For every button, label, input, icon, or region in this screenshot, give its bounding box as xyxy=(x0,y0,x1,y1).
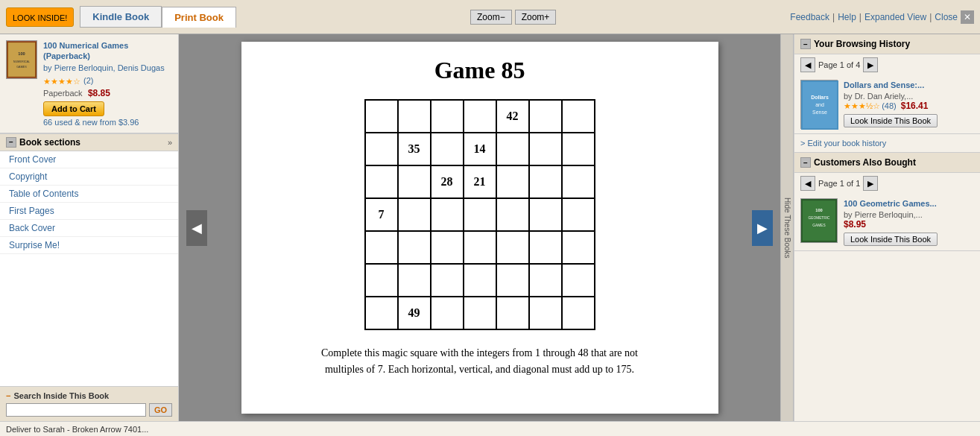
book-price: $8.85 xyxy=(88,88,110,98)
feedback-link[interactable]: Feedback xyxy=(790,12,829,22)
svg-text:100: 100 xyxy=(18,51,25,56)
look-inside-label: LOOK INSIDE! xyxy=(13,13,67,22)
game-title: Game 85 xyxy=(434,57,525,84)
section-item-surprise-me[interactable]: Surprise Me! xyxy=(0,237,178,254)
expand-arrow[interactable]: » xyxy=(168,138,172,147)
edit-history-link[interactable]: Edit your book history xyxy=(794,134,980,153)
section-item-back-cover[interactable]: Back Cover xyxy=(0,220,178,237)
svg-text:Dollars: Dollars xyxy=(811,95,829,100)
used-new-label[interactable]: 66 used & new from $3.96 xyxy=(43,118,172,127)
also-bought-collapse[interactable]: − xyxy=(800,157,811,168)
magic-grid: 42 3514 2821 7 xyxy=(364,99,595,330)
svg-text:GAMES: GAMES xyxy=(16,66,27,69)
tab-print[interactable]: Print Book xyxy=(162,7,236,28)
history-book-title[interactable]: Dollars and Sense:... xyxy=(844,80,974,90)
hide-books-panel[interactable]: Hide These Books xyxy=(780,34,794,421)
book-thumbnail: 100 NUMERICAL GAMES xyxy=(6,40,37,79)
section-item-front-cover[interactable]: Front Cover xyxy=(0,151,178,168)
history-next-button[interactable]: ▶ xyxy=(863,57,878,72)
tab-kindle[interactable]: Kindle Book xyxy=(80,6,162,28)
also-bought-book-price: $8.95 xyxy=(844,219,974,230)
svg-text:GEOMETRIC: GEOMETRIC xyxy=(809,216,831,220)
svg-text:NUMERICAL: NUMERICAL xyxy=(13,60,30,63)
browsing-history-title: Your Browsing History xyxy=(814,39,910,49)
section-item-first-pages[interactable]: First Pages xyxy=(0,203,178,220)
history-book-price: $16.41 xyxy=(901,101,929,111)
history-look-inside-button[interactable]: Look Inside This Book xyxy=(844,114,938,127)
svg-text:100: 100 xyxy=(815,208,823,212)
also-bought-page-label: Page 1 of 1 xyxy=(818,179,860,188)
history-book-stars: ★★★½☆ xyxy=(844,101,880,111)
also-bought-next-button[interactable]: ▶ xyxy=(863,176,878,191)
history-book-author: by Dr. Dan Ariely,... xyxy=(844,92,974,101)
browsing-history-collapse[interactable]: − xyxy=(800,39,811,49)
svg-text:GAMES: GAMES xyxy=(812,224,825,227)
page-nav-left[interactable]: ◀ xyxy=(186,210,207,246)
sections-collapse-button[interactable]: − xyxy=(6,137,16,148)
book-title[interactable]: 100 Numerical Games (Paperback) xyxy=(43,40,172,62)
sections-title: Book sections xyxy=(19,137,80,148)
expanded-view-link[interactable]: Expanded View xyxy=(864,12,926,22)
page-nav-right[interactable]: ▶ xyxy=(752,210,773,246)
game-description: Complete this magic square with the inte… xyxy=(301,345,659,379)
search-inside-input[interactable] xyxy=(6,403,146,417)
zoom-plus-button[interactable]: Zoom+ xyxy=(515,10,557,25)
section-item-copyright[interactable]: Copyright xyxy=(0,168,178,186)
also-bought-look-inside-button[interactable]: Look Inside This Book xyxy=(844,233,938,246)
also-bought-book-author: by Pierre Berloquin,... xyxy=(844,210,974,219)
book-review-count[interactable]: (2) xyxy=(83,76,93,85)
svg-text:and: and xyxy=(815,102,824,107)
status-text: Deliver to Sarah - Broken Arrow 7401... xyxy=(6,425,148,434)
close-button[interactable]: ✕ xyxy=(961,10,974,24)
also-bought-thumbnail[interactable]: 100 GEOMETRIC GAMES xyxy=(800,198,838,243)
also-bought-prev-button[interactable]: ◀ xyxy=(800,176,815,191)
section-item-table-of-contents[interactable]: Table of Contents xyxy=(0,186,178,203)
book-price-type: Paperback xyxy=(43,89,83,98)
also-bought-book-title[interactable]: 100 Geometric Games... xyxy=(844,198,974,209)
zoom-minus-button[interactable]: Zoom− xyxy=(470,10,512,25)
book-stars: ★★★★☆ xyxy=(43,77,80,86)
look-inside-badge[interactable]: LOOK INSIDE! xyxy=(6,7,74,27)
search-go-button[interactable]: GO xyxy=(149,403,172,417)
history-page-label: Page 1 of 4 xyxy=(818,60,860,69)
book-author[interactable]: by Pierre Berloquin, Denis Dugas xyxy=(43,63,172,72)
history-book-reviews[interactable]: (48) xyxy=(882,101,897,110)
svg-rect-11 xyxy=(803,200,835,241)
add-to-cart-button[interactable]: Add to Cart xyxy=(43,101,104,116)
history-book-thumbnail[interactable]: Dollars and Sense xyxy=(800,80,838,129)
svg-text:Sense: Sense xyxy=(812,110,827,115)
also-bought-title: Customers Also Bought xyxy=(814,157,916,168)
history-prev-button[interactable]: ◀ xyxy=(800,57,815,72)
search-inside-label: − Search Inside This Book xyxy=(6,391,172,400)
close-link[interactable]: Close xyxy=(935,12,958,22)
hide-books-label: Hide These Books xyxy=(783,198,791,259)
help-link[interactable]: Help xyxy=(838,12,856,22)
